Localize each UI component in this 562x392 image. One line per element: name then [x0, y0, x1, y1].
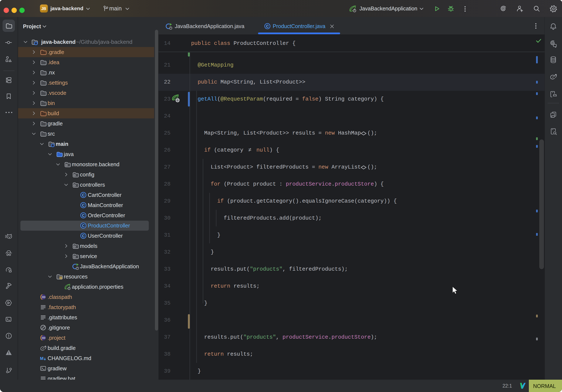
- svg-text:C: C: [82, 224, 85, 228]
- svg-text:C: C: [266, 24, 269, 28]
- svg-text:C: C: [82, 193, 85, 197]
- svg-text:C: C: [82, 203, 85, 207]
- svg-text:C: C: [82, 234, 85, 238]
- svg-text:M: M: [40, 356, 44, 361]
- svg-text:C: C: [82, 214, 85, 218]
